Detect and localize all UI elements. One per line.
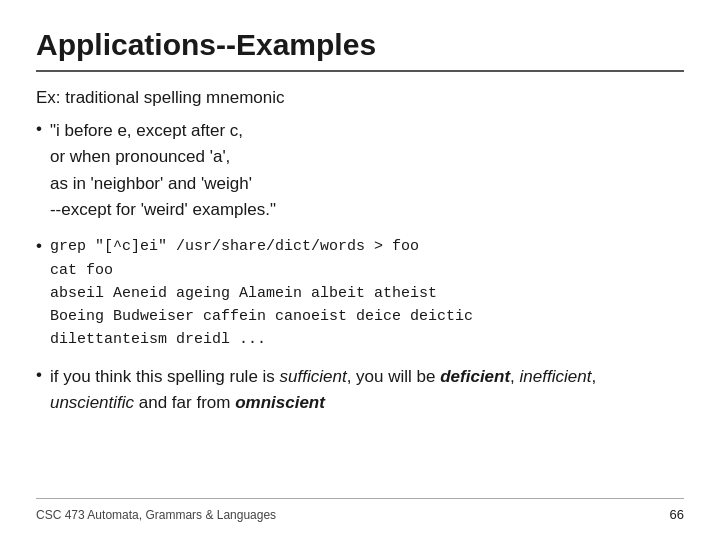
bullet-marker-1: •	[36, 119, 42, 139]
bullet-1-line-1: "i before e, except after c,	[50, 121, 243, 140]
bullet-3-text: if you think this spelling rule is suffi…	[50, 367, 596, 412]
bullet-1-content: "i before e, except after c, or when pro…	[50, 118, 276, 223]
slide-title: Applications--Examples	[36, 28, 684, 62]
slide-footer: CSC 473 Automata, Grammars & Languages 6…	[36, 498, 684, 522]
bullet-1: • "i before e, except after c, or when p…	[36, 118, 684, 223]
slide-content: Ex: traditional spelling mnemonic • "i b…	[36, 88, 684, 498]
bullet-2-mono: grep "[^c]ei" /usr/share/dict/words > fo…	[50, 235, 473, 351]
bullet-1-line-2: or when pronounced 'a',	[50, 147, 230, 166]
bullet-2-content: grep "[^c]ei" /usr/share/dict/words > fo…	[50, 235, 473, 351]
title-divider	[36, 70, 684, 72]
bullet-1-line-4: --except for 'weird' examples."	[50, 200, 276, 219]
bullet-1-line-3: as in 'neighbor' and 'weigh'	[50, 174, 252, 193]
bullet-3: • if you think this spelling rule is suf…	[36, 364, 684, 417]
ex-label: Ex: traditional spelling mnemonic	[36, 88, 684, 108]
footer-page-number: 66	[670, 507, 684, 522]
bullet-2: • grep "[^c]ei" /usr/share/dict/words > …	[36, 235, 684, 351]
slide: Applications--Examples Ex: traditional s…	[0, 0, 720, 540]
bullet-3-content: if you think this spelling rule is suffi…	[50, 364, 684, 417]
bullet-marker-3: •	[36, 365, 42, 385]
footer-course: CSC 473 Automata, Grammars & Languages	[36, 508, 276, 522]
bullet-marker-2: •	[36, 236, 42, 256]
